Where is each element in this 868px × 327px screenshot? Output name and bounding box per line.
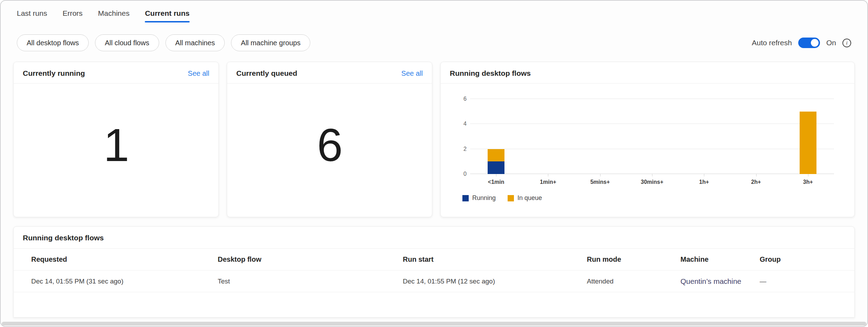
summary-cards-row: Currently running See all 1 Currently qu… — [13, 62, 855, 217]
auto-refresh-group: Auto refresh On i — [752, 38, 851, 48]
chart-column-5mins+ — [574, 99, 626, 174]
cell-run-mode: Attended — [587, 278, 680, 285]
bar-stack — [748, 99, 765, 174]
legend-label: Running — [472, 194, 496, 202]
legend-item-running[interactable]: Running — [462, 194, 496, 202]
legend-item-in-queue[interactable]: In queue — [508, 194, 542, 202]
bar-stack — [488, 99, 504, 174]
legend-label: In queue — [517, 194, 542, 202]
filter-pill-all-machines[interactable]: All machines — [165, 34, 225, 51]
column-header-group[interactable]: Group — [760, 255, 854, 263]
bar-stack — [540, 99, 556, 174]
bar-segment-in-queue[interactable] — [800, 112, 816, 174]
chart-column-1h+ — [678, 99, 730, 174]
filter-pill-all-machine-groups[interactable]: All machine groups — [231, 34, 310, 51]
currently-queued-card: Currently queued See all 6 — [227, 62, 432, 217]
table-header-row: RequestedDesktop flowRun startRun modeMa… — [14, 249, 854, 271]
x-tick-mark — [548, 174, 548, 176]
cell-machine[interactable]: Quentin’s machine — [680, 277, 760, 286]
table-row[interactable]: Dec 14, 01:55 PM (31 sec ago)TestDec 14,… — [14, 271, 854, 292]
chart-column-1min+ — [522, 99, 574, 174]
chart-x-axis: <1min1min+5mins+30mins+1h+2h+3h+ — [470, 179, 834, 185]
y-tick-label: 4 — [463, 121, 467, 127]
card-header: Currently queued See all — [227, 62, 432, 84]
chart-column-3h+ — [782, 99, 834, 174]
x-axis-label: 1min+ — [522, 179, 574, 185]
table-title-row: Running desktop flows — [14, 227, 854, 249]
card-header: Currently running See all — [14, 62, 218, 84]
auto-refresh-state: On — [826, 39, 836, 47]
x-tick-mark — [756, 174, 757, 176]
y-tick-label: 2 — [463, 146, 467, 152]
x-axis-label: 30mins+ — [626, 179, 678, 185]
column-header-requested[interactable]: Requested — [31, 255, 218, 263]
bar-stack — [800, 99, 816, 174]
count-area: 6 — [227, 84, 432, 217]
cell-run-start: Dec 14, 01:55 PM (12 sec ago) — [403, 278, 587, 285]
x-axis-label: 5mins+ — [574, 179, 626, 185]
chart-column-30mins+ — [626, 99, 678, 174]
toggle-knob — [811, 39, 819, 47]
currently-running-count: 1 — [103, 119, 128, 172]
x-tick-mark — [808, 174, 808, 176]
legend-swatch — [508, 195, 514, 201]
y-tick-label: 6 — [463, 96, 467, 102]
card-title: Currently queued — [236, 69, 297, 78]
horizontal-scrollbar[interactable] — [2, 322, 866, 326]
tab-last-runs[interactable]: Last runs — [17, 9, 47, 22]
currently-running-card: Currently running See all 1 — [13, 62, 219, 217]
x-axis-label: <1min — [470, 179, 522, 185]
tab-bar: Last runsErrorsMachinesCurrent runs — [1, 1, 867, 22]
chart-legend: RunningIn queue — [462, 194, 834, 202]
x-axis-label: 2h+ — [730, 179, 782, 185]
chart-column-2h+ — [730, 99, 782, 174]
chart-y-axis: 0246 — [458, 99, 470, 174]
tab-errors[interactable]: Errors — [62, 9, 82, 22]
chart-bars — [470, 99, 834, 174]
filter-pill-all-desktop-flows[interactable]: All desktop flows — [17, 34, 89, 51]
column-header-run-mode[interactable]: Run mode — [587, 255, 680, 263]
chart-main: 0246 — [458, 99, 834, 174]
bar-segment-in-queue[interactable] — [488, 149, 504, 162]
see-all-link-queued[interactable]: See all — [401, 69, 423, 78]
x-axis-label: 1h+ — [678, 179, 730, 185]
cell-group: — — [760, 278, 854, 285]
card-header: Running desktop flows — [441, 62, 854, 84]
chart-title: Running desktop flows — [450, 69, 531, 78]
x-tick-mark — [652, 174, 652, 176]
cell-requested: Dec 14, 01:55 PM (31 sec ago) — [31, 278, 218, 285]
chart-plot — [470, 99, 834, 174]
count-area: 1 — [14, 84, 218, 217]
info-icon[interactable]: i — [842, 39, 851, 47]
running-desktop-flows-table-card: Running desktop flows RequestedDesktop f… — [13, 226, 855, 318]
x-tick-mark — [496, 174, 496, 176]
cell-desktop-flow: Test — [218, 278, 403, 285]
auto-refresh-label: Auto refresh — [752, 39, 792, 47]
filter-bar: All desktop flowsAll cloud flowsAll mach… — [1, 22, 867, 51]
filter-pill-all-cloud-flows[interactable]: All cloud flows — [95, 34, 159, 51]
running-desktop-flows-chart-card: Running desktop flows 0246 <1min1min+5mi… — [440, 62, 855, 217]
legend-swatch — [462, 195, 469, 201]
x-axis-label: 3h+ — [782, 179, 834, 185]
auto-refresh-toggle[interactable] — [798, 38, 820, 48]
column-header-machine[interactable]: Machine — [680, 255, 760, 263]
see-all-link-running[interactable]: See all — [188, 69, 209, 78]
bar-stack — [592, 99, 609, 174]
table-body: Dec 14, 01:55 PM (31 sec ago)TestDec 14,… — [14, 271, 854, 292]
table-title: Running desktop flows — [23, 234, 104, 242]
column-header-run-start[interactable]: Run start — [403, 255, 587, 263]
bar-segment-running[interactable] — [488, 161, 504, 174]
chart-body: 0246 <1min1min+5mins+30mins+1h+2h+3h+ Ru… — [441, 84, 854, 217]
bar-stack — [696, 99, 712, 174]
x-tick-mark — [600, 174, 601, 176]
bar-stack — [644, 99, 660, 174]
chart-column-<1min — [470, 99, 522, 174]
y-tick-label: 0 — [463, 171, 467, 177]
x-tick-mark — [704, 174, 704, 176]
tab-current-runs[interactable]: Current runs — [145, 9, 189, 22]
tab-machines[interactable]: Machines — [98, 9, 130, 22]
card-title: Currently running — [23, 69, 85, 78]
current-runs-page: Last runsErrorsMachinesCurrent runs All … — [0, 0, 868, 327]
column-header-desktop-flow[interactable]: Desktop flow — [218, 255, 403, 263]
currently-queued-count: 6 — [317, 119, 342, 172]
